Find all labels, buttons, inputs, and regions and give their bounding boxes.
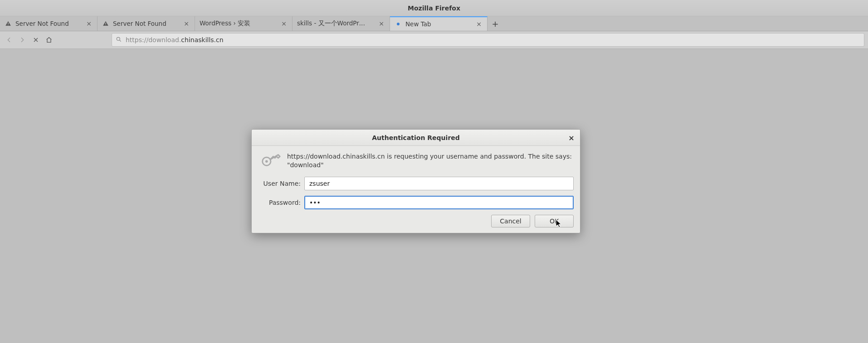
password-label: Password: (258, 199, 301, 206)
ok-button[interactable]: OK (535, 215, 574, 227)
svg-point-6 (265, 160, 268, 163)
dialog-title: Authentication Required (372, 134, 460, 141)
svg-rect-3 (105, 24, 106, 25)
tab-label: Server Not Found (113, 20, 166, 27)
svg-rect-2 (105, 23, 106, 24)
tab-new-tab[interactable]: New Tab × (390, 16, 488, 31)
loading-icon (395, 20, 402, 28)
close-icon[interactable]: × (567, 134, 575, 142)
close-icon[interactable]: × (475, 20, 483, 28)
tab-label: WordPress › 安装 (200, 19, 250, 28)
dialog-message: https://download.chinaskills.cn is reque… (287, 152, 574, 169)
forward-button[interactable] (17, 34, 28, 46)
tab-skills-wordpress[interactable]: skills - 又一个WordPress站 × (293, 16, 390, 31)
svg-point-4 (117, 37, 120, 40)
back-button[interactable] (4, 34, 15, 46)
close-icon[interactable]: × (85, 20, 93, 27)
svg-rect-0 (8, 23, 8, 24)
tab-label: skills - 又一个WordPress站 (297, 19, 367, 28)
password-input[interactable] (304, 196, 574, 209)
nav-toolbar: https://download.chinaskills.cn (0, 31, 868, 49)
tab-server-not-found-1[interactable]: Server Not Found × (0, 16, 98, 31)
close-icon[interactable]: × (280, 20, 288, 27)
close-icon[interactable]: × (183, 20, 190, 27)
window-title-bar: Mozilla Firefox (0, 0, 868, 16)
search-icon (116, 36, 122, 44)
cancel-button[interactable]: Cancel (491, 215, 530, 227)
username-label: User Name: (258, 180, 301, 187)
window-title: Mozilla Firefox (408, 5, 460, 12)
home-button[interactable] (44, 34, 55, 46)
warning-icon (5, 20, 12, 27)
url-bar[interactable]: https://download.chinaskills.cn (112, 33, 864, 47)
tab-server-not-found-2[interactable]: Server Not Found × (98, 16, 195, 31)
auth-dialog: Authentication Required × https://downlo… (251, 129, 580, 233)
tab-strip: Server Not Found × Server Not Found × Wo… (0, 16, 868, 31)
warning-icon (102, 20, 109, 27)
tab-label: New Tab (405, 20, 431, 28)
tab-label: Server Not Found (15, 20, 69, 27)
username-input[interactable] (304, 177, 574, 190)
dialog-title-bar: Authentication Required × (252, 130, 580, 146)
close-icon[interactable]: × (378, 20, 385, 27)
svg-rect-1 (8, 24, 8, 25)
stop-button[interactable] (30, 34, 41, 46)
url-text: https://download.chinaskills.cn (126, 36, 224, 43)
tab-wordpress-install[interactable]: WordPress › 安装 × (195, 16, 293, 31)
new-tab-button[interactable]: + (488, 16, 503, 31)
key-icon (261, 152, 281, 169)
